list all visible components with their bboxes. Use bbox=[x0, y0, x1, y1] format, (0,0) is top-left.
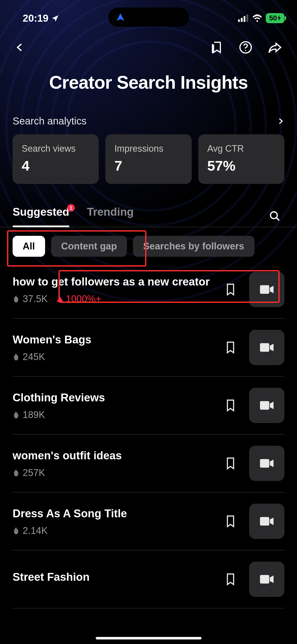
bookmark-icon bbox=[225, 457, 236, 470]
bookmark-icon bbox=[225, 341, 236, 354]
result-row[interactable]: Clothing Reviews189K bbox=[13, 377, 284, 435]
result-title: women's outfit ideas bbox=[13, 448, 217, 462]
svg-rect-7 bbox=[260, 285, 269, 294]
svg-rect-11 bbox=[260, 517, 269, 526]
stat-value: 57% bbox=[207, 157, 275, 174]
video-camera-icon bbox=[259, 342, 274, 353]
analytics-label: Search analytics bbox=[13, 115, 86, 127]
bookmark-button[interactable] bbox=[224, 340, 237, 355]
stat-label: Avg CTR bbox=[207, 143, 275, 154]
record-button[interactable] bbox=[249, 330, 284, 365]
result-row[interactable]: Women's Bags245K bbox=[13, 319, 284, 377]
result-count: 2.14K bbox=[13, 525, 48, 536]
stat-card-search-views[interactable]: Search views 4 bbox=[13, 134, 99, 184]
result-count: 37.5K bbox=[13, 294, 48, 304]
search-icon[interactable] bbox=[268, 209, 282, 223]
filter-chip-searches-by-followers[interactable]: Searches by followers bbox=[133, 236, 254, 257]
chevron-right-icon bbox=[277, 116, 284, 127]
svg-rect-10 bbox=[260, 459, 269, 468]
battery-indicator: 50 bbox=[266, 13, 284, 23]
record-button[interactable] bbox=[249, 388, 284, 423]
home-indicator[interactable] bbox=[96, 637, 202, 639]
svg-point-5 bbox=[245, 50, 246, 51]
bookmark-icon bbox=[225, 399, 236, 412]
bookmark-button[interactable] bbox=[224, 572, 237, 586]
tab-suggested[interactable]: Suggested 1 bbox=[13, 206, 69, 227]
chip-label: Content gap bbox=[61, 241, 117, 251]
video-camera-icon bbox=[259, 516, 274, 527]
flame-icon bbox=[13, 469, 20, 477]
bookmark-collection-icon[interactable] bbox=[209, 40, 223, 54]
video-camera-icon bbox=[259, 458, 274, 469]
chip-label: All bbox=[23, 241, 35, 251]
flame-icon bbox=[13, 411, 20, 419]
svg-rect-0 bbox=[238, 19, 240, 22]
bookmark-button[interactable] bbox=[224, 398, 237, 412]
svg-point-6 bbox=[271, 212, 277, 219]
nav-arrow-icon bbox=[116, 13, 125, 22]
location-arrow-icon bbox=[51, 14, 59, 22]
result-row[interactable]: Street Fashion bbox=[13, 551, 284, 608]
result-count: 257K bbox=[13, 467, 45, 478]
stat-value: 4 bbox=[22, 157, 90, 174]
bookmark-button[interactable] bbox=[224, 514, 237, 528]
trend-up-icon bbox=[57, 296, 63, 302]
result-title: Dress As A Song Title bbox=[13, 506, 217, 520]
wifi-icon bbox=[252, 14, 262, 22]
stat-label: Search views bbox=[22, 143, 90, 154]
share-icon[interactable] bbox=[268, 40, 282, 54]
bookmark-icon bbox=[225, 283, 236, 296]
svg-rect-3 bbox=[246, 14, 248, 22]
tab-trending[interactable]: Trending bbox=[87, 206, 134, 227]
svg-rect-9 bbox=[260, 401, 269, 410]
chip-label: Searches by followers bbox=[143, 241, 244, 251]
record-button[interactable] bbox=[249, 272, 284, 307]
tab-badge: 1 bbox=[67, 204, 75, 212]
page-title: Creator Search Insights bbox=[0, 62, 297, 115]
bookmark-icon bbox=[225, 515, 236, 528]
stat-value: 7 bbox=[114, 157, 182, 174]
stat-card-avg-ctr[interactable]: Avg CTR 57% bbox=[198, 134, 284, 184]
result-row[interactable]: Dress As A Song Title2.14K bbox=[13, 493, 284, 551]
result-count: 245K bbox=[13, 351, 45, 362]
result-row[interactable]: women's outfit ideas257K bbox=[13, 435, 284, 493]
video-camera-icon bbox=[259, 574, 274, 585]
result-row[interactable]: how to get followers as a new creator37.… bbox=[13, 267, 284, 319]
dynamic-island bbox=[108, 8, 189, 27]
bookmark-icon bbox=[225, 573, 236, 586]
stat-card-impressions[interactable]: Impressions 7 bbox=[105, 134, 191, 184]
record-button[interactable] bbox=[249, 504, 284, 539]
status-time: 20:19 bbox=[23, 13, 48, 24]
flame-icon bbox=[13, 527, 20, 535]
bookmark-button[interactable] bbox=[224, 456, 237, 470]
tab-label: Suggested bbox=[13, 206, 69, 218]
result-title: Street Fashion bbox=[13, 570, 217, 584]
record-button[interactable] bbox=[249, 562, 284, 597]
analytics-header[interactable]: Search analytics bbox=[0, 115, 297, 127]
help-icon[interactable] bbox=[239, 40, 253, 54]
result-count: 189K bbox=[13, 409, 45, 420]
bookmark-button[interactable] bbox=[224, 282, 237, 297]
flame-icon bbox=[13, 295, 20, 303]
stat-label: Impressions bbox=[114, 143, 182, 154]
tab-label: Trending bbox=[87, 206, 134, 218]
status-bar: 20:19 50 bbox=[0, 0, 297, 30]
record-button[interactable] bbox=[249, 446, 284, 481]
result-trend: 1000%+ bbox=[57, 294, 101, 304]
battery-percent: 50 bbox=[269, 14, 277, 22]
result-title: Clothing Reviews bbox=[13, 391, 217, 404]
result-title: how to get followers as a new creator bbox=[13, 275, 217, 288]
svg-rect-1 bbox=[241, 18, 243, 22]
video-camera-icon bbox=[259, 284, 274, 295]
result-title: Women's Bags bbox=[13, 333, 217, 346]
filter-chip-content-gap[interactable]: Content gap bbox=[51, 236, 127, 257]
svg-rect-12 bbox=[260, 575, 269, 584]
filter-chip-all[interactable]: All bbox=[13, 236, 45, 257]
back-button[interactable] bbox=[13, 40, 27, 54]
svg-rect-2 bbox=[244, 16, 245, 22]
flame-icon bbox=[13, 353, 20, 361]
cellular-signal-icon bbox=[238, 14, 249, 22]
svg-rect-8 bbox=[260, 343, 269, 352]
video-camera-icon bbox=[259, 400, 274, 411]
